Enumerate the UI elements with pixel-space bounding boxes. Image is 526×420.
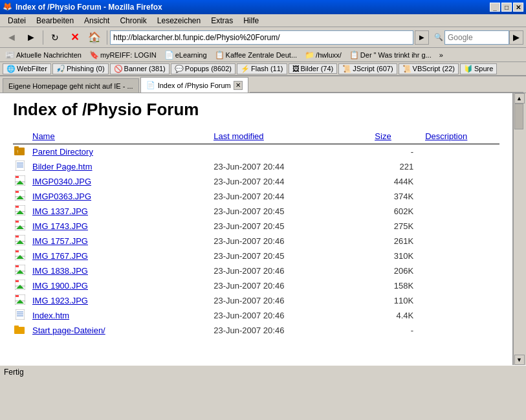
bookmark-kaffee[interactable]: 📋 Kaffee Zentrale Deut... [212,49,300,61]
filter-banner[interactable]: 🚫 Banner (381) [110,63,170,74]
menu-bearbeiten[interactable]: Bearbeiten [31,15,79,27]
row-icon: ↑ [13,144,31,160]
file-link[interactable]: IMG 1743.JPG [32,221,88,231]
file-size-cell: 310K [373,249,424,263]
filter-phishing[interactable]: 🎣 Phishing (0) [52,63,109,74]
page-content: Index of /Physio Forum Name Last modifie… [0,93,512,344]
bookmark-label: Aktuelle Nachrichten [16,51,82,59]
file-name-cell[interactable]: Parent Directory [31,144,212,160]
scroll-track[interactable] [514,104,525,355]
file-link[interactable]: IMG 1757.JPG [32,236,88,246]
file-name-cell[interactable]: IMGP0340.JPG [31,174,212,189]
search-go-button[interactable]: ▶ [509,30,523,45]
filter-vbscript[interactable]: 📜 VBScript (22) [399,63,459,74]
file-name-cell[interactable]: IMG 1757.JPG [31,234,212,249]
home-button[interactable]: 🏠 [85,29,104,46]
file-name-cell[interactable]: IMG 1743.JPG [31,219,212,234]
file-desc-cell [424,249,499,263]
file-name-cell[interactable]: IMG 1900.JPG [31,278,212,293]
forward-button[interactable]: ► [22,29,40,46]
minimize-button[interactable]: _ [490,3,500,12]
filter-bilder[interactable]: 🖼 Bilder (74) [289,63,338,74]
image-icon [15,222,25,232]
file-name-cell[interactable]: IMGP0363.JPG [31,189,212,204]
file-desc-cell [424,159,499,174]
bookmark-was-trinkt[interactable]: 📋 Der " Was trinkt ihr g... [347,49,434,61]
menu-ansicht[interactable]: Ansicht [79,15,115,27]
scroll-up-button[interactable]: ▲ [514,93,525,104]
desc-header[interactable]: Description [424,130,499,144]
close-button[interactable]: ✕ [513,3,523,12]
table-row: ↑Parent Directory- [13,144,499,160]
file-link[interactable]: Bilder Page.htm [32,162,93,171]
file-link[interactable]: IMG 1337.JPG [32,206,88,216]
file-date-cell [212,144,373,160]
file-name-cell[interactable]: IMG 1838.JPG [31,263,212,278]
bookmark-label: Kaffee Zentrale Deut... [226,51,297,59]
stop-button[interactable]: ✕ [65,29,83,46]
page-content-area[interactable]: Index of /Physio Forum Name Last modifie… [0,93,513,365]
filter-jscript[interactable]: 📜 JScript (607) [338,63,397,74]
date-header[interactable]: Last modified [212,130,373,144]
filter-popups[interactable]: 💬 Popups (8602) [171,63,236,74]
bookmark-elearning[interactable]: 📄 eLearning [162,49,210,61]
scroll-thumb[interactable] [514,104,523,129]
filter-webfilter[interactable]: 🌐 WebFilter [3,63,51,74]
file-date-cell: 23-Jun-2007 20:45 [212,204,373,219]
tab-physio[interactable]: 📄 Index of /Physio Forum ✕ [140,77,248,93]
filter-label: Popups (8602) [185,65,232,72]
reload-button[interactable]: ↻ [46,29,64,46]
filter-bar: 🌐 WebFilter 🎣 Phishing (0) 🚫 Banner (381… [0,62,526,76]
file-name-cell[interactable]: Index.htm [31,308,212,323]
file-name-cell[interactable]: IMG 1923.JPG [31,293,212,308]
file-listing-table: Name Last modified Size Description ↑Par… [13,130,499,338]
file-date-cell: 23-Jun-2007 20:46 [212,323,373,338]
filter-flash[interactable]: ⚡ Flash (11) [237,63,287,74]
maximize-button[interactable]: □ [501,3,512,12]
scroll-down-button[interactable]: ▼ [514,355,525,365]
size-header[interactable]: Size [373,130,424,144]
menu-hilfe[interactable]: Hilfe [238,15,264,27]
tab-close-button[interactable]: ✕ [234,81,243,90]
tab-eigene[interactable]: Eigene Homepage geht nicht auf IE - ... [3,78,139,93]
file-link[interactable]: IMGP0340.JPG [32,177,91,186]
file-link[interactable]: Index.htm [32,311,69,320]
parent-icon: ↑ [14,148,26,158]
file-link[interactable]: Parent Directory [32,147,93,157]
bookmark-nachrichten[interactable]: 📰 Aktuelle Nachrichten [3,49,84,61]
table-row: IMGP0363.JPG23-Jun-2007 20:44374K [13,189,499,204]
scrollbar[interactable]: ▲ ▼ [513,93,525,365]
address-input[interactable] [110,30,413,45]
name-header[interactable]: Name [31,130,212,144]
file-name-cell[interactable]: Bilder Page.htm [31,159,212,174]
file-link[interactable]: IMG 1900.JPG [32,281,88,291]
bookmarks-bar: 📰 Aktuelle Nachrichten 🔖 myREIFF: LOGIN … [0,48,526,62]
file-size-cell: - [373,323,424,338]
menu-extras[interactable]: Extras [206,15,238,27]
bookmarks-more[interactable]: » [437,50,446,60]
go-button[interactable]: ▶ [415,30,429,45]
filter-label: Bilder (74) [301,65,334,72]
search-input[interactable] [444,30,509,45]
filter-label: JScript (607) [353,65,393,72]
file-link[interactable]: IMG 1838.JPG [32,266,88,276]
window-controls[interactable]: _ □ ✕ [490,3,523,12]
menu-lesezeichen[interactable]: Lesezeichen [152,15,206,27]
file-name-cell[interactable]: IMG 1767.JPG [31,249,212,263]
address-bar-container: ▶ [110,30,429,45]
menu-datei[interactable]: Datei [3,15,31,27]
bookmark-myreiff[interactable]: 🔖 myREIFF: LOGIN [87,49,159,61]
file-link[interactable]: Start page-Dateien/ [32,326,105,335]
row-icon [13,159,31,174]
file-link[interactable]: IMGP0363.JPG [32,192,91,201]
file-name-cell[interactable]: Start page-Dateien/ [31,323,212,338]
file-link[interactable]: IMG 1923.JPG [32,296,88,305]
svg-rect-40 [16,295,19,297]
bookmark-hwluxx[interactable]: 📁 /hwluxx/ [302,49,344,61]
menu-chronik[interactable]: Chronik [115,15,151,27]
file-link[interactable]: IMG 1767.JPG [32,251,88,261]
back-button[interactable]: ◄ [3,29,21,46]
file-name-cell[interactable]: IMG 1337.JPG [31,204,212,219]
icon-header [13,130,31,144]
filter-spure[interactable]: 🔰 Spure [460,63,497,74]
